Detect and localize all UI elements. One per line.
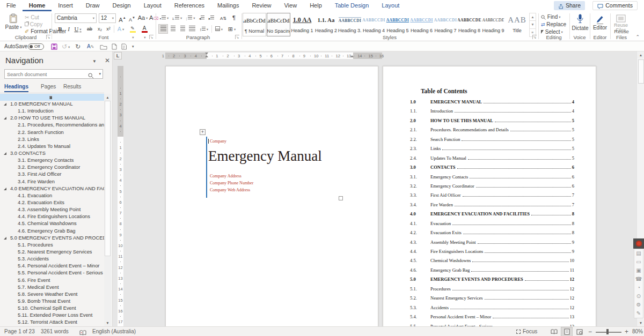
table-move-handle-icon[interactable]: +	[200, 129, 206, 135]
search-input[interactable]	[7, 70, 82, 78]
document-scrollbar-thumb[interactable]	[638, 59, 644, 84]
toc-entry[interactable]: 1.1.Introduction4	[410, 108, 574, 117]
open-folder-button[interactable]	[100, 43, 107, 50]
word-count-status[interactable]: 3261 words	[41, 328, 69, 335]
company-placeholder-text[interactable]: Company	[210, 139, 226, 144]
grow-font-button[interactable]: A▲	[118, 13, 127, 22]
nav-item[interactable]: 2.2. Search Function	[0, 129, 104, 136]
toc-entry[interactable]: 3.2.Emergency Coordinator6	[410, 183, 574, 192]
nav-item[interactable]: 4.1. Evacuation	[0, 192, 104, 199]
scroll-down-icon[interactable]: ▼	[104, 319, 111, 326]
nav-item[interactable]: 5.10. Chemical Spill Event	[0, 305, 104, 312]
replace-button[interactable]: ⇄ Replace	[541, 21, 566, 28]
save-button[interactable]	[51, 43, 57, 50]
search-box[interactable]: ▾	[4, 69, 103, 79]
nav-item[interactable]: 2.3. Links	[0, 136, 104, 143]
collapse-triangle-icon[interactable]	[4, 152, 6, 155]
toc-entry[interactable]: 3.3.First Aid Officer7	[410, 192, 574, 201]
navigation-scrollbar-thumb[interactable]	[105, 101, 111, 256]
collapse-triangle-icon[interactable]	[4, 117, 6, 120]
line-spacing-button[interactable]: ↕	[199, 25, 209, 33]
hanging-indent-marker[interactable]	[205, 55, 208, 57]
nav-item-selected[interactable]	[0, 94, 104, 101]
increase-indent-button[interactable]: ▸	[207, 13, 216, 22]
toc-entry[interactable]: 5.0EMERGENCY EVENTS AND PROCEDURES12	[410, 277, 574, 286]
font-family-combo[interactable]: Cambria▾	[55, 13, 97, 23]
underline-button[interactable]: U	[73, 25, 83, 33]
justify-button[interactable]	[188, 25, 196, 33]
nav-item[interactable]: 3.2. Emergency Coordinator	[0, 164, 104, 171]
font-size-combo[interactable]: 12▾	[99, 13, 116, 23]
document-page-1[interactable]: + Company Emergency Manual Company Addre…	[165, 66, 378, 336]
highlight-button[interactable]: ✎	[128, 24, 137, 32]
toc-entry[interactable]: 4.2.Evacuation Exits8	[410, 230, 574, 239]
strikethrough-button[interactable]: ab	[85, 25, 94, 33]
share-button[interactable]: Share	[554, 1, 585, 10]
style-h8[interactable]: AABBCCDEHeading 8	[458, 13, 481, 36]
nav-item[interactable]: 5.1. Procedures	[0, 242, 104, 249]
undo-button[interactable]: ↺	[62, 43, 70, 50]
scroll-up-icon[interactable]: ▲	[637, 51, 644, 58]
copy-button[interactable]: Copy	[25, 21, 42, 28]
nav-item[interactable]: 3.0 CONTACTS	[0, 150, 104, 157]
toc-entry[interactable]: 4.5.Chemical Washdowns10	[410, 258, 574, 267]
navigation-options-button[interactable]: ▼	[92, 59, 97, 64]
style-h9[interactable]: AABBCCDEHeading 9	[481, 13, 505, 36]
ribbon-tab-home[interactable]: Home	[23, 0, 52, 11]
style-nospacing[interactable]: AaBbCcDdENo Spacing	[267, 13, 290, 36]
toc-entry[interactable]: 2.1.Procedures. Recommendations and Deta…	[410, 127, 574, 136]
styles-dialog-launcher[interactable]	[532, 35, 537, 39]
focus-mode-button[interactable]: Focus	[516, 328, 537, 335]
zoom-out-button[interactable]: −	[588, 328, 592, 335]
monitor-icon[interactable]: ▣	[634, 266, 643, 275]
ribbon-tab-design[interactable]: Design	[106, 0, 137, 11]
nav-item[interactable]: 5.6. Fire Event	[0, 277, 104, 284]
nav-item[interactable]: 5.0 EMERGENCY EVENTS AND PROCEDURES	[0, 235, 104, 242]
ribbon-tab-insert[interactable]: Insert	[52, 0, 79, 11]
collapse-triangle-icon[interactable]	[4, 188, 6, 190]
shrink-font-button[interactable]: A▼	[128, 13, 136, 22]
nav-item[interactable]: 5.11. Extended Power Loss Event	[0, 312, 104, 319]
nav-tab-pages[interactable]: Pages	[41, 84, 56, 91]
bullets-button[interactable]: •	[159, 13, 170, 22]
toc-entry[interactable]: 4.0EMERGENCY EVACUATION AND FACILITIES8	[410, 211, 574, 220]
company-detail-line[interactable]: Company Address	[210, 173, 253, 180]
call-icon[interactable]: ☎	[634, 275, 643, 283]
align-left-button[interactable]	[159, 25, 167, 33]
style-h5[interactable]: AABBCCDIHeading 5	[386, 13, 409, 36]
gallery-up-button[interactable]: ▲	[529, 13, 536, 21]
nav-item[interactable]: 4.4. Fire Extinguishers Locations	[0, 213, 104, 220]
style-h2[interactable]: 1.1. AaHeading 2	[314, 13, 338, 36]
toc-entry[interactable]: 3.1.Emergency Contacts6	[410, 174, 574, 183]
toc-entry[interactable]: 4.3.Assembly Meeting Point9	[410, 240, 574, 249]
first-line-indent-marker[interactable]	[205, 53, 208, 55]
align-center-button[interactable]	[169, 25, 177, 33]
qat-customize-button[interactable]: ▾	[132, 43, 134, 50]
scroll-up-icon[interactable]: ▲	[104, 94, 111, 101]
style-pen-button[interactable]: A✎	[87, 43, 94, 50]
print-preview-button[interactable]	[121, 43, 127, 50]
zoom-percentage[interactable]: 80%	[632, 328, 643, 335]
editor-button[interactable]: Editor	[590, 13, 610, 31]
search-icon[interactable]	[88, 71, 94, 80]
collapse-triangle-icon[interactable]	[4, 103, 6, 106]
toc-entry[interactable]: 5.2.Nearest Emergency Services12	[410, 295, 574, 304]
find-button[interactable]: Find	[541, 13, 561, 20]
nav-item[interactable]: 5.2. Nearest Emergency Services	[0, 249, 104, 256]
ribbon-tab-references[interactable]: References	[168, 0, 211, 11]
toc-entry[interactable]: 5.1.Procedures12	[410, 286, 574, 295]
navigation-scrollbar[interactable]: ▲ ▼	[104, 94, 111, 326]
toc-entry[interactable]: 2.0HOW TO USE THIS MANUAL5	[410, 118, 574, 127]
dictate-button[interactable]: Dictate	[571, 13, 589, 31]
nav-item[interactable]: 1.1. Introduction	[0, 108, 104, 115]
font-color-button[interactable]: A	[140, 24, 149, 32]
toc-entry[interactable]: 1.0EMERGENCY MANUAL4	[410, 99, 574, 108]
style-normal[interactable]: AaBbCcDdE¶ Normal	[243, 13, 266, 36]
zoom-in-button[interactable]: +	[625, 328, 628, 335]
page-count-status[interactable]: Page 1 of 23	[4, 328, 35, 335]
collapse-triangle-icon[interactable]	[4, 237, 6, 240]
company-details-block[interactable]: Company AddressCompany Phone NumberCompa…	[210, 173, 253, 193]
share-screen-icon[interactable]: ▤	[634, 249, 643, 258]
toc-entry[interactable]: 3.4.Fire Warden7	[410, 202, 574, 211]
document-title-text[interactable]: Emergency Manual	[208, 148, 322, 165]
